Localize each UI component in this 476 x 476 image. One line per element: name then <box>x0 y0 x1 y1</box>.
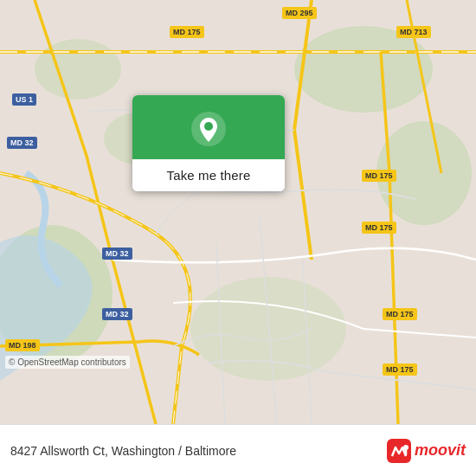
osm-credit: © OpenStreetMap contributors <box>5 356 130 369</box>
take-me-there-button[interactable]: Take me there <box>132 159 285 191</box>
map-container: US 1 MD 175 MD 295 MD 713 MD 32 MD 175 M… <box>0 0 476 424</box>
svg-point-2 <box>294 26 433 113</box>
svg-point-4 <box>190 277 346 381</box>
location-pin-icon <box>190 111 227 147</box>
moovit-label: moovit <box>415 441 466 460</box>
popup-card: Take me there <box>132 95 285 191</box>
road-badge-md175-right2: MD 175 <box>362 222 396 234</box>
road-badge-md175-top2: MD 295 <box>282 7 317 19</box>
road-badge-md713: MD 713 <box>396 26 431 38</box>
moovit-icon <box>387 439 411 463</box>
popup-green-header <box>132 95 285 159</box>
svg-point-6 <box>35 39 121 100</box>
moovit-logo: moovit <box>387 439 466 463</box>
road-badge-md175-bottom: MD 175 <box>383 308 417 320</box>
road-badge-md175-top: MD 175 <box>170 26 204 38</box>
road-badge-md32-bottom2: MD 32 <box>102 308 132 320</box>
road-badge-md175-bottom2: MD 175 <box>383 363 417 376</box>
svg-rect-9 <box>387 439 411 463</box>
svg-point-8 <box>204 122 213 131</box>
road-badge-md198: MD 198 <box>5 339 40 351</box>
bottom-bar: 8427 Allsworth Ct, Washington / Baltimor… <box>0 424 476 476</box>
road-badge-md32-bottom: MD 32 <box>102 248 132 260</box>
road-badge-us1: US 1 <box>12 93 36 106</box>
address-text: 8427 Allsworth Ct, Washington / Baltimor… <box>10 444 236 458</box>
road-badge-md175-right: MD 175 <box>362 170 396 182</box>
road-badge-md32-left: MD 32 <box>7 137 37 149</box>
